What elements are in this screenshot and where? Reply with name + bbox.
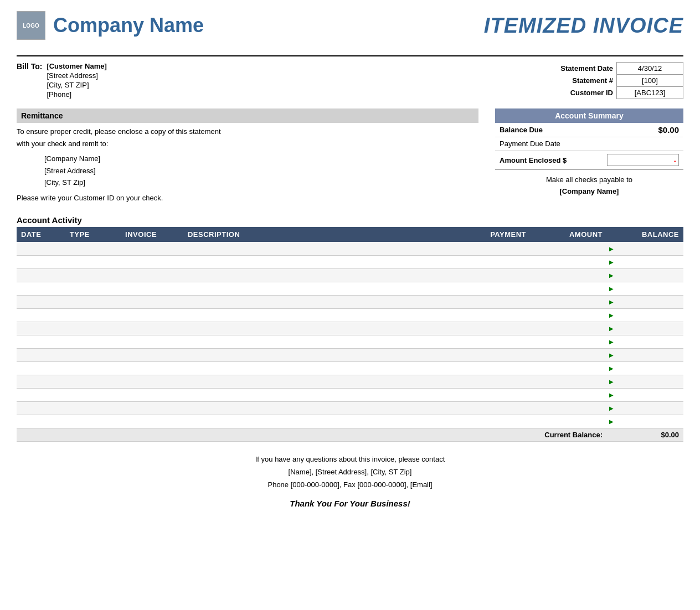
cell-payment xyxy=(447,308,531,322)
remittance-header: Remittance xyxy=(17,108,478,123)
middle-section: Remittance To ensure proper credit, plea… xyxy=(17,108,683,204)
table-row: ▶ xyxy=(17,242,683,255)
table-row: ▶ xyxy=(17,295,683,308)
cell-payment xyxy=(447,295,531,308)
cell-balance: ▶ xyxy=(607,375,683,388)
footer-line3: Phone [000-000-0000], Fax [000-000-0000]… xyxy=(17,478,683,491)
col-description: DESCRIPTION xyxy=(183,227,447,242)
remittance-text1: To ensure proper credit, please enclose … xyxy=(17,126,478,137)
cell-date xyxy=(17,295,65,308)
cell-invoice xyxy=(121,322,183,335)
col-date: DATE xyxy=(17,227,65,242)
footer-line2: [Name], [Street Address], [City, ST Zip] xyxy=(17,466,683,478)
bill-phone: [Phone] xyxy=(47,90,106,99)
cell-type xyxy=(65,308,121,322)
table-row: ▶ xyxy=(17,375,683,388)
cell-balance: ▶ xyxy=(607,308,683,322)
checks-payable-text: Make all checks payable to xyxy=(500,174,679,186)
cell-type xyxy=(65,335,121,348)
cell-amount xyxy=(531,415,607,428)
bill-to-details: [Customer Name] [Street Address] [City, … xyxy=(47,62,106,100)
cell-date xyxy=(17,361,65,375)
activity-title: Account Activity xyxy=(17,215,683,225)
statement-date-label: Statement Date xyxy=(557,63,616,75)
cell-amount xyxy=(531,268,607,282)
cell-invoice xyxy=(121,282,183,295)
cell-description xyxy=(183,322,447,335)
checks-payable-company: [Company Name] xyxy=(500,186,679,198)
cell-date xyxy=(17,242,65,255)
cell-balance: ▶ xyxy=(607,282,683,295)
cell-amount xyxy=(531,361,607,375)
cell-amount xyxy=(531,401,607,415)
cell-type xyxy=(65,415,121,428)
customer-name: [Customer Name] xyxy=(47,62,106,70)
table-header-row: DATE TYPE INVOICE DESCRIPTION PAYMENT AM… xyxy=(17,227,683,242)
remittance-street: [Street Address] xyxy=(44,166,478,177)
cell-invoice xyxy=(121,295,183,308)
cell-description xyxy=(183,308,447,322)
company-name: Company Name xyxy=(53,14,204,37)
bill-street-address: [Street Address] xyxy=(47,71,106,80)
activity-table-body: ▶▶▶▶▶▶▶▶▶▶▶▶▶▶Current Balance:$0.00 xyxy=(17,242,683,441)
cell-date xyxy=(17,415,65,428)
table-row: ▶ xyxy=(17,388,683,401)
table-row: ▶ xyxy=(17,268,683,282)
table-row: ▶ xyxy=(17,255,683,268)
customer-id-label: Customer ID xyxy=(557,87,616,99)
invoice-header: LOGO Company Name ITEMIZED INVOICE xyxy=(17,11,683,45)
table-row: ▶ xyxy=(17,415,683,428)
footer-line1: If you have any questions about this inv… xyxy=(17,453,683,466)
amount-enclosed-label: Amount Enclosed $ xyxy=(500,156,567,164)
table-row: ▶ xyxy=(17,361,683,375)
cell-type xyxy=(65,361,121,375)
col-type: TYPE xyxy=(65,227,121,242)
cell-payment xyxy=(447,361,531,375)
cell-amount xyxy=(531,282,607,295)
remittance-text2: with your check and remit to: xyxy=(17,138,478,149)
cell-invoice xyxy=(121,268,183,282)
table-row: ▶ xyxy=(17,308,683,322)
cell-description xyxy=(183,388,447,401)
cell-description xyxy=(183,282,447,295)
cell-invoice xyxy=(121,335,183,348)
cell-invoice xyxy=(121,308,183,322)
col-invoice: INVOICE xyxy=(121,227,183,242)
cell-payment xyxy=(447,242,531,255)
cell-date xyxy=(17,322,65,335)
table-row: ▶ xyxy=(17,282,683,295)
cell-invoice xyxy=(121,361,183,375)
payment-due-date-row: Payment Due Date xyxy=(495,137,683,151)
cell-amount xyxy=(531,375,607,388)
cell-date xyxy=(17,308,65,322)
activity-table: DATE TYPE INVOICE DESCRIPTION PAYMENT AM… xyxy=(17,227,683,442)
cell-description xyxy=(183,268,447,282)
cell-invoice xyxy=(121,401,183,415)
cell-balance: ▶ xyxy=(607,335,683,348)
cell-description xyxy=(183,415,447,428)
cell-date xyxy=(17,282,65,295)
amount-enclosed-input[interactable] xyxy=(607,154,679,166)
cell-amount xyxy=(531,348,607,361)
bill-city-state-zip: [City, ST ZIP] xyxy=(47,81,106,89)
customer-id-value: [ABC123] xyxy=(617,87,683,99)
remittance-city: [City, ST Zip] xyxy=(44,177,478,188)
statement-number-value: [100] xyxy=(617,75,683,87)
logo-text: LOGO xyxy=(23,23,39,29)
cell-payment xyxy=(447,282,531,295)
remittance-note: Please write your Customer ID on your ch… xyxy=(17,193,478,204)
cell-date xyxy=(17,348,65,361)
bill-to-label: Bill To: xyxy=(17,62,42,100)
footer-section: If you have any questions about this inv… xyxy=(17,453,683,511)
cell-date xyxy=(17,268,65,282)
company-info: LOGO Company Name xyxy=(17,11,204,40)
cell-balance: ▶ xyxy=(607,322,683,335)
balance-due-value: $0.00 xyxy=(658,125,679,135)
cell-invoice xyxy=(121,388,183,401)
remittance-address: [Company Name] [Street Address] [City, S… xyxy=(44,153,478,188)
cell-payment xyxy=(447,388,531,401)
table-row: ▶ xyxy=(17,322,683,335)
cell-type xyxy=(65,268,121,282)
cell-type xyxy=(65,375,121,388)
cell-invoice xyxy=(121,255,183,268)
